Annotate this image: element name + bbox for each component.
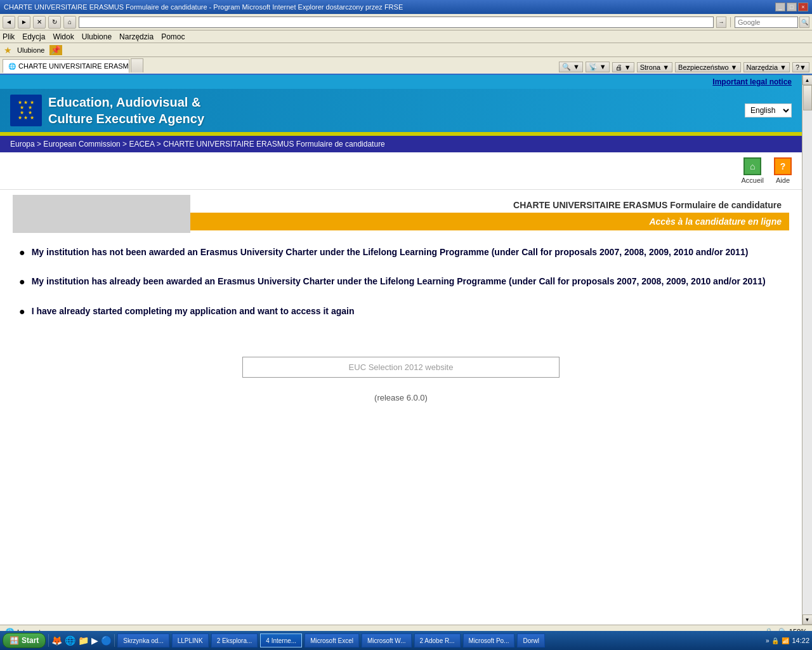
taskbar: 🪟 Start 🦊 🌐 📁 ▶ 🔵 Skrzynka od... LLPLINK… bbox=[0, 631, 812, 639]
taskbar-adobe[interactable]: 2 Adobe R... bbox=[414, 633, 461, 639]
aide-label: Aide bbox=[776, 176, 790, 184]
quicklaunch-run[interactable]: ▶ bbox=[91, 635, 98, 639]
list-item-1[interactable]: ● My institution has not been awarded an… bbox=[19, 246, 783, 260]
quicklaunch-ie[interactable]: 🌐 bbox=[65, 635, 75, 639]
euc-link-text: EUC Selection 2012 website bbox=[349, 362, 454, 372]
taskbar-network-icon: 📶 bbox=[782, 637, 789, 639]
browser-content[interactable]: Important legal notice ★ ★ ★★ ★★ ★★ ★ ★ … bbox=[0, 75, 802, 625]
page-title-area: CHARTE UNIVERSITAIRE ERASMUS Formulaire … bbox=[13, 195, 789, 233]
refresh-button[interactable]: ↻ bbox=[48, 16, 61, 29]
favorites-icon[interactable]: 📌 bbox=[49, 45, 62, 55]
taskbar-icons: » 🔒 📶 14:22 bbox=[766, 637, 809, 639]
taskbar-dorwl[interactable]: Dorwl bbox=[517, 633, 545, 639]
taskbar-separator-2 bbox=[114, 634, 115, 639]
start-button[interactable]: 🪟 Start bbox=[3, 633, 46, 639]
language-dropdown[interactable]: English French German Polish bbox=[745, 103, 792, 117]
taskbar-internet[interactable]: 4 Interne... bbox=[260, 633, 302, 639]
tab-empty[interactable] bbox=[131, 58, 143, 72]
taskbar-llplink[interactable]: LLPLINK bbox=[172, 633, 209, 639]
quicklaunch-extra[interactable]: 🔵 bbox=[101, 635, 112, 639]
forward-button[interactable]: ► bbox=[18, 16, 30, 29]
taskbar-powerpoint[interactable]: Microsoft Po... bbox=[463, 633, 515, 639]
page-title: CHARTE UNIVERSITAIRE ERASMUS Formulaire … bbox=[190, 195, 789, 213]
quicklaunch-folder[interactable]: 📁 bbox=[78, 635, 89, 639]
bullet-2: ● bbox=[19, 275, 25, 289]
bullet-1: ● bbox=[19, 246, 25, 260]
header-bottom-bar bbox=[0, 132, 802, 136]
toolbar-nav-btn[interactable]: 🔍 ▼ bbox=[559, 62, 583, 72]
aide-icon-group[interactable]: ? Aide bbox=[774, 157, 792, 184]
tab-active[interactable]: 🌐 CHARTE UNIVERSITAIRE ERASMUS Formulair… bbox=[3, 59, 129, 73]
menu-bar: Plik Edycja Widok Ulubione Narzędzia Pom… bbox=[0, 30, 812, 43]
list-text-2[interactable]: My institution has already been awarded … bbox=[32, 275, 766, 288]
legal-notice-text[interactable]: Important legal notice bbox=[712, 77, 792, 86]
eu-flag: ★ ★ ★★ ★★ ★★ ★ ★ bbox=[10, 95, 42, 126]
list-text-1[interactable]: My institution has not been awarded an E… bbox=[32, 246, 749, 259]
accueil-icon-box[interactable]: ⌂ bbox=[743, 157, 761, 175]
toolbar-tools-btn[interactable]: Narzędzia ▼ bbox=[743, 62, 790, 72]
favorites-bar: ★ Ulubione 📌 bbox=[0, 43, 812, 57]
taskbar-clock: 14:22 bbox=[792, 637, 809, 639]
search-button[interactable]: 🔍 bbox=[799, 17, 809, 28]
menu-edycja[interactable]: Edycja bbox=[22, 32, 45, 41]
language-selector[interactable]: English French German Polish bbox=[745, 103, 792, 117]
scroll-thumb[interactable] bbox=[803, 85, 812, 110]
menu-ulubione[interactable]: Ulubione bbox=[82, 32, 112, 41]
scroll-track[interactable] bbox=[802, 85, 813, 614]
home-button[interactable]: ⌂ bbox=[63, 16, 76, 29]
list-item-3[interactable]: ● I have already started completing my a… bbox=[19, 305, 783, 319]
euc-link-box[interactable]: EUC Selection 2012 website bbox=[242, 357, 560, 378]
release-text: (release 6.0.0) bbox=[13, 393, 789, 402]
search-input[interactable] bbox=[735, 17, 798, 28]
taskbar-lock-icon: 🔒 bbox=[771, 637, 779, 639]
taskbar-eksplora1[interactable]: 2 Eksplora... bbox=[211, 633, 258, 639]
title-bar: CHARTE UNIVERSITAIRE ERASMUS Formulaire … bbox=[0, 0, 812, 14]
main-content: CHARTE UNIVERSITAIRE ERASMUS Formulaire … bbox=[0, 195, 802, 402]
accueil-label: Accueil bbox=[742, 176, 764, 184]
star-icon: ★ bbox=[4, 45, 12, 55]
favorites-item[interactable]: Ulubione bbox=[17, 46, 44, 54]
address-bar: ◄ ► ✕ ↻ ⌂ https://eacea.ec.europa.eu/euc… bbox=[0, 14, 812, 30]
menu-pomoc[interactable]: Pomoc bbox=[161, 32, 185, 41]
toolbar-security-btn[interactable]: Bezpieczeństwo ▼ bbox=[675, 62, 740, 72]
eu-stars: ★ ★ ★★ ★★ ★★ ★ ★ bbox=[18, 100, 34, 121]
window-title: CHARTE UNIVERSITAIRE ERASMUS Formulaire … bbox=[4, 3, 775, 11]
search-box: 🔍 bbox=[735, 17, 809, 28]
accueil-icon-group[interactable]: ⌂ Accueil bbox=[742, 157, 764, 184]
menu-plik[interactable]: Plik bbox=[3, 32, 15, 41]
minimize-button[interactable]: _ bbox=[775, 3, 785, 11]
toolbar-print-btn[interactable]: 🖨 ▼ bbox=[612, 62, 634, 72]
bullet-3: ● bbox=[19, 305, 25, 319]
aide-icon-box[interactable]: ? bbox=[774, 157, 792, 175]
go-button[interactable]: → bbox=[716, 17, 726, 28]
content-list: ● My institution has not been awarded an… bbox=[13, 233, 789, 347]
header-content: ★ ★ ★★ ★★ ★★ ★ ★ Education, Audiovisual … bbox=[0, 89, 802, 132]
address-input[interactable]: https://eacea.ec.europa.eu/euc/index.jsp bbox=[79, 17, 714, 28]
menu-widok[interactable]: Widok bbox=[53, 32, 74, 41]
scroll-down-button[interactable]: ▼ bbox=[802, 614, 813, 625]
legal-notice-bar: Important legal notice bbox=[0, 75, 802, 89]
page-subtitle: Accès à la candidature en ligne bbox=[190, 213, 789, 230]
breadcrumb-bar: Europa > European Commission > EACEA > C… bbox=[0, 136, 802, 152]
maximize-button[interactable]: □ bbox=[787, 3, 797, 11]
toolbar-page-btn[interactable]: Strona ▼ bbox=[637, 62, 672, 72]
menu-narzedzia[interactable]: Narzędzia bbox=[119, 32, 154, 41]
browser-content-wrapper: Important legal notice ★ ★ ★★ ★★ ★★ ★ ★ … bbox=[0, 75, 812, 625]
scrollbar[interactable]: ▲ ▼ bbox=[802, 75, 812, 625]
toolbar-rss-btn[interactable]: 📡 ▼ bbox=[586, 62, 610, 72]
close-button[interactable]: × bbox=[798, 3, 808, 11]
window-controls[interactable]: _ □ × bbox=[775, 3, 808, 11]
scroll-up-button[interactable]: ▲ bbox=[802, 75, 813, 85]
back-button[interactable]: ◄ bbox=[3, 16, 15, 29]
separator bbox=[730, 17, 731, 27]
list-item-2[interactable]: ● My institution has already been awarde… bbox=[19, 275, 783, 289]
list-text-3[interactable]: I have already started completing my app… bbox=[32, 305, 355, 318]
quicklaunch-firefox[interactable]: 🦊 bbox=[51, 635, 62, 639]
taskbar-excel[interactable]: Microsoft Excel bbox=[304, 633, 359, 639]
page-title-left bbox=[13, 195, 190, 233]
taskbar-skrzynka[interactable]: Skrzynka od... bbox=[117, 633, 169, 639]
toolbar-help-btn[interactable]: ?▼ bbox=[792, 62, 809, 72]
page-title-area-wrapper: CHARTE UNIVERSITAIRE ERASMUS Formulaire … bbox=[13, 195, 789, 233]
stop-button[interactable]: ✕ bbox=[33, 16, 46, 29]
taskbar-word[interactable]: Microsoft W... bbox=[362, 633, 412, 639]
